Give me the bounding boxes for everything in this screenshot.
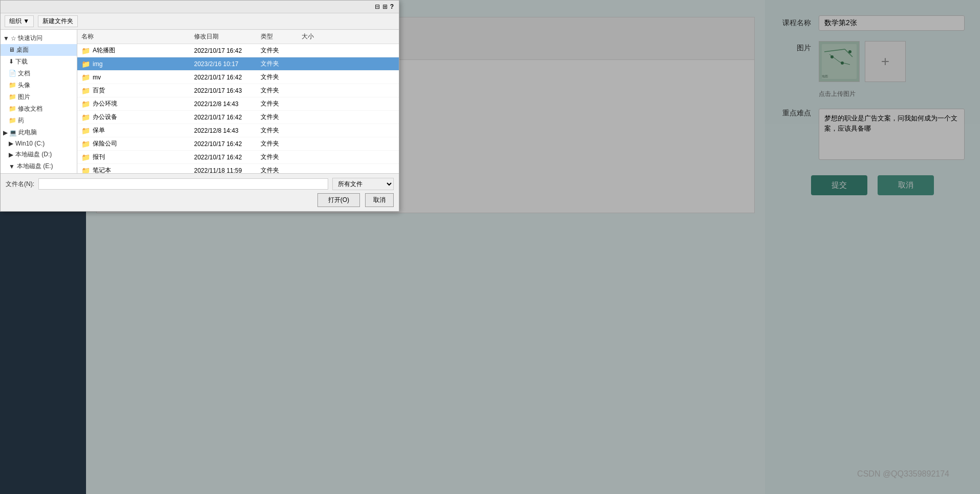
col-header-date: 修改日期 <box>190 31 257 42</box>
folder-icon: 📁 <box>81 153 90 161</box>
tree-downloads[interactable]: ⬇ 下载 <box>1 56 77 68</box>
folder-icon: 📁 <box>81 100 90 108</box>
file-name-label: 文件名(N): <box>6 180 34 189</box>
file-row-type: 文件夹 <box>257 125 297 136</box>
tree-modified-docs[interactable]: 📁 修改文档 <box>1 103 77 115</box>
file-row-size <box>297 76 328 78</box>
file-dialog-footer: 文件名(N): 所有文件 打开(O) 取消 <box>1 173 399 211</box>
file-row[interactable]: 📁 办公设备 2022/10/17 16:42 文件夹 <box>77 111 399 124</box>
file-name-input[interactable] <box>38 178 328 190</box>
open-button[interactable]: 打开(O) <box>317 193 360 207</box>
file-row[interactable]: 📁 笔记本 2022/11/18 11:59 文件夹 <box>77 164 399 173</box>
file-name-row: 文件名(N): 所有文件 <box>6 178 394 190</box>
file-list-header: 名称 修改日期 类型 大小 <box>77 30 399 44</box>
folder-icon: 📁 <box>81 47 90 55</box>
file-row[interactable]: 📁 办公环境 2022/12/8 14:43 文件夹 <box>77 97 399 111</box>
tree-images[interactable]: 📁 图片 <box>1 91 77 103</box>
tree-avatar[interactable]: 📁 头像 <box>1 79 77 91</box>
file-row[interactable]: 📁 mv 2022/10/17 16:42 文件夹 <box>77 71 399 84</box>
file-row-type: 文件夹 <box>257 152 297 162</box>
quick-access-label: 快速访问 <box>18 34 42 43</box>
col-header-size: 大小 <box>297 31 328 42</box>
tree-local-d[interactable]: ▶ 本地磁盘 (D:) <box>1 149 77 160</box>
dialog-view-grid[interactable]: ⊞ <box>382 3 388 10</box>
quick-access-header[interactable]: ▼ ☆ 快速访问 <box>1 32 77 44</box>
file-row-type: 文件夹 <box>257 58 297 69</box>
file-row-size <box>297 170 328 172</box>
this-pc-arrow: ▶ <box>3 129 8 136</box>
file-row-type: 文件夹 <box>257 85 297 96</box>
file-row-date: 2022/10/17 16:42 <box>190 73 257 82</box>
organize-button[interactable]: 组织 ▼ <box>5 15 34 27</box>
file-dialog: ⊟ ⊞ ? 组织 ▼ 新建文件夹 ▼ ☆ 快速访问 🖥 桌面 <box>0 0 399 212</box>
file-row-name: 📁 保单 <box>77 125 190 136</box>
file-row-date: 2023/2/16 10:17 <box>190 59 257 69</box>
col-header-name: 名称 <box>77 31 190 42</box>
dialog-action-row: 打开(O) 取消 <box>6 193 394 207</box>
folder-icon: 📁 <box>81 87 90 95</box>
file-row-size <box>297 90 328 92</box>
file-row-type: 文件夹 <box>257 165 297 173</box>
file-dialog-overlay: ⊟ ⊞ ? 组织 ▼ 新建文件夹 ▼ ☆ 快速访问 🖥 桌面 <box>0 0 980 494</box>
file-type-select[interactable]: 所有文件 <box>332 178 394 190</box>
file-row-name: 📁 办公环境 <box>77 98 190 109</box>
file-row[interactable]: 📁 保单 2022/12/8 14:43 文件夹 <box>77 124 399 137</box>
col-header-type: 类型 <box>257 31 297 42</box>
folder-icon: 📁 <box>81 167 90 174</box>
file-row-size <box>297 103 328 105</box>
folder-icon: 📁 <box>81 73 90 81</box>
file-row[interactable]: 📁 百货 2022/10/17 16:43 文件夹 <box>77 84 399 97</box>
file-row-name: 📁 img <box>77 59 190 69</box>
file-row-name: 📁 百货 <box>77 85 190 96</box>
file-row-size <box>297 130 328 132</box>
file-list-area: 名称 修改日期 类型 大小 📁 A轮播图 2022/10/17 16:42 文件… <box>77 30 399 173</box>
dialog-view-toggle[interactable]: ⊟ <box>375 3 380 10</box>
tree-documents[interactable]: 📄 文档 <box>1 68 77 79</box>
star-icon: ☆ <box>11 35 16 42</box>
file-row[interactable]: 📁 img 2023/2/16 10:17 文件夹 <box>77 57 399 71</box>
pc-icon: 💻 <box>9 129 17 136</box>
new-folder-button[interactable]: 新建文件夹 <box>38 15 78 27</box>
file-row[interactable]: 📁 报刊 2022/10/17 16:42 文件夹 <box>77 151 399 164</box>
tree-desktop[interactable]: 🖥 桌面 <box>1 44 77 56</box>
file-row-date: 2022/10/17 16:42 <box>190 46 257 55</box>
folder-icon: 📁 <box>81 140 90 148</box>
file-row-type: 文件夹 <box>257 98 297 109</box>
file-row-size <box>297 156 328 158</box>
tree-local-e[interactable]: ▼ 本地磁盘 (E:) <box>1 160 77 172</box>
file-rows-container: 📁 A轮播图 2022/10/17 16:42 文件夹 📁 img 2023/2… <box>77 44 399 173</box>
file-tree: ▼ ☆ 快速访问 🖥 桌面 ⬇ 下载 📄 文档 📁 头像 📁 图片 📁 修改文档… <box>1 30 77 173</box>
watermark: CSDN @QQ3359892174 <box>857 469 949 479</box>
this-pc-label: 此电脑 <box>18 128 37 137</box>
file-row-size <box>297 116 328 118</box>
file-row[interactable]: 📁 保险公司 2022/10/17 16:42 文件夹 <box>77 137 399 151</box>
file-dialog-body: ▼ ☆ 快速访问 🖥 桌面 ⬇ 下载 📄 文档 📁 头像 📁 图片 📁 修改文档… <box>1 30 399 173</box>
this-pc-header[interactable]: ▶ 💻 此电脑 <box>1 127 77 138</box>
file-row-type: 文件夹 <box>257 72 297 83</box>
file-row-type: 文件夹 <box>257 45 297 56</box>
folder-icon: 📁 <box>81 60 90 68</box>
quick-access-arrow: ▼ <box>3 35 9 42</box>
tree-win10[interactable]: ▶ Win10 (C:) <box>1 138 77 149</box>
file-row-name: 📁 报刊 <box>77 152 190 162</box>
file-row-size <box>297 63 328 65</box>
file-dialog-titlebar: ⊟ ⊞ ? <box>1 1 399 13</box>
tree-medicine[interactable]: 📁 药 <box>1 115 77 127</box>
file-row-type: 文件夹 <box>257 112 297 122</box>
file-row-size <box>297 143 328 145</box>
file-row[interactable]: 📁 A轮播图 2022/10/17 16:42 文件夹 <box>77 44 399 57</box>
file-row-date: 2022/12/8 14:43 <box>190 99 257 109</box>
folder-icon: 📁 <box>81 113 90 121</box>
dialog-help[interactable]: ? <box>390 3 394 10</box>
file-row-name: 📁 A轮播图 <box>77 45 190 56</box>
file-row-name: 📁 mv <box>77 72 190 83</box>
file-row-date: 2022/10/17 16:43 <box>190 86 257 95</box>
folder-icon: 📁 <box>81 127 90 135</box>
file-row-size <box>297 50 328 52</box>
file-row-date: 2022/10/17 16:42 <box>190 139 257 149</box>
file-row-date: 2022/11/18 11:59 <box>190 166 257 174</box>
file-row-date: 2022/10/17 16:42 <box>190 113 257 122</box>
cancel-dialog-button[interactable]: 取消 <box>365 193 394 207</box>
file-row-date: 2022/10/17 16:42 <box>190 153 257 162</box>
file-row-name: 📁 笔记本 <box>77 165 190 173</box>
